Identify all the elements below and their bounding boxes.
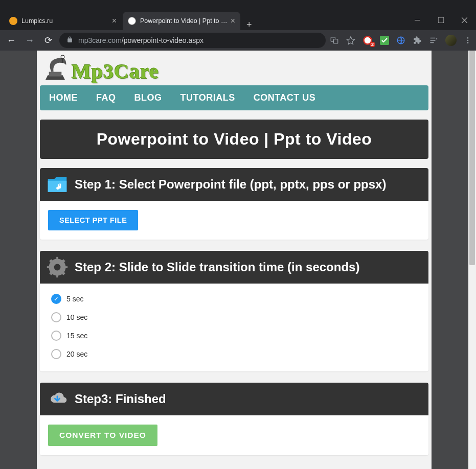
checkmark-extension-icon[interactable] xyxy=(380,36,389,45)
svg-point-11 xyxy=(467,42,469,43)
svg-point-9 xyxy=(467,37,469,39)
step2-panel: Step 2: Slide to Slide transition time (… xyxy=(40,251,428,371)
radio-20sec[interactable]: 20 sec xyxy=(40,345,428,363)
logo-text: Mp3Care xyxy=(72,59,159,83)
step3-heading: Step3: Finished xyxy=(40,383,428,415)
svg-rect-19 xyxy=(64,266,67,268)
gear-icon xyxy=(46,256,69,278)
radio-10sec[interactable]: 10 sec xyxy=(40,308,428,326)
step3-panel: Step3: Finished CONVERT TO VIDEO xyxy=(40,383,428,455)
site-header: Mp3Care xyxy=(37,51,432,85)
svg-rect-5 xyxy=(334,39,338,43)
scrollbar-thumb[interactable] xyxy=(469,51,475,265)
browser-viewport: Mp3Care HOME FAQ BLOG TUTORIALS CONTACT … xyxy=(0,51,476,469)
url-path: /powerpoint-to-video.aspx xyxy=(122,36,203,44)
favicon-icon xyxy=(128,17,136,25)
page-content: Mp3Care HOME FAQ BLOG TUTORIALS CONTACT … xyxy=(37,51,432,469)
svg-rect-12 xyxy=(49,72,62,77)
close-icon[interactable]: × xyxy=(112,16,117,26)
minimize-button[interactable] xyxy=(405,10,429,30)
step2-heading-text: Step 2: Slide to Slide transition time (… xyxy=(75,260,359,274)
nav-faq[interactable]: FAQ xyxy=(87,85,125,110)
svg-rect-16 xyxy=(56,257,58,261)
window-titlebar xyxy=(0,0,476,8)
page-title: Powerpoint to Video | Ppt to Video xyxy=(40,120,428,159)
radio-label: 15 sec xyxy=(66,332,87,340)
radio-icon: ✓ xyxy=(51,294,61,304)
gramophone-icon xyxy=(41,55,70,83)
tab-title: Powerpoint to Video | Ppt to Vide xyxy=(140,17,228,25)
svg-rect-18 xyxy=(47,266,51,268)
window-controls xyxy=(405,10,476,30)
favicon-icon xyxy=(9,17,17,25)
badge-count: 2 xyxy=(370,42,375,47)
address-bar[interactable]: mp3care.com/powerpoint-to-video.aspx xyxy=(59,33,326,48)
url-domain: mp3care.com xyxy=(78,36,122,44)
radio-label: 5 sec xyxy=(66,295,83,303)
star-icon[interactable] xyxy=(346,36,355,45)
back-button[interactable]: ← xyxy=(4,33,18,48)
reading-list-icon[interactable] xyxy=(429,36,438,45)
step2-heading: Step 2: Slide to Slide transition time (… xyxy=(40,251,428,284)
convert-button[interactable]: CONVERT TO VIDEO xyxy=(48,425,157,446)
browser-tab-strip: Lumpics.ru × Powerpoint to Video | Ppt t… xyxy=(0,8,476,30)
radio-label: 20 sec xyxy=(66,350,87,358)
step3-heading-text: Step3: Finished xyxy=(75,392,166,406)
new-tab-button[interactable]: + xyxy=(241,19,257,30)
lock-icon xyxy=(66,36,73,44)
radio-5sec[interactable]: ✓ 5 sec xyxy=(40,290,428,308)
menu-icon[interactable] xyxy=(464,36,472,44)
radio-icon xyxy=(51,349,61,359)
step1-heading: Step 1: Select Powerpoint file (ppt, ppt… xyxy=(40,168,428,201)
close-icon[interactable]: × xyxy=(231,16,235,26)
vertical-scrollbar[interactable] xyxy=(468,51,476,469)
step1-heading-text: Step 1: Select Powerpoint file (ppt, ppt… xyxy=(75,177,386,192)
nav-blog[interactable]: BLOG xyxy=(125,85,171,110)
svg-point-24 xyxy=(54,264,61,271)
tab-title: Lumpics.ru xyxy=(21,17,109,25)
radio-icon xyxy=(51,331,61,341)
cloud-download-icon xyxy=(46,388,69,410)
radio-icon xyxy=(51,312,61,322)
close-window-button[interactable] xyxy=(452,10,476,30)
svg-rect-17 xyxy=(56,274,58,277)
site-logo[interactable]: Mp3Care xyxy=(41,55,432,83)
select-ppt-button[interactable]: SELECT PPT FILE xyxy=(48,210,138,230)
forward-button[interactable]: → xyxy=(22,33,37,48)
extensions-icon[interactable] xyxy=(413,36,422,45)
folder-music-icon xyxy=(46,173,69,196)
main-nav: HOME FAQ BLOG TUTORIALS CONTACT US xyxy=(40,85,428,110)
browser-tab-mp3care[interactable]: Powerpoint to Video | Ppt to Vide × xyxy=(123,12,240,30)
globe-extension-icon[interactable] xyxy=(396,36,405,45)
radio-15sec[interactable]: 15 sec xyxy=(40,326,428,345)
extension-area: 2 xyxy=(330,35,472,46)
nav-home[interactable]: HOME xyxy=(40,85,87,110)
profile-avatar[interactable] xyxy=(445,35,457,46)
svg-point-10 xyxy=(467,40,469,41)
svg-rect-1 xyxy=(438,17,444,23)
maximize-button[interactable] xyxy=(429,10,452,30)
step1-panel: Step 1: Select Powerpoint file (ppt, ppt… xyxy=(40,168,428,240)
browser-tab-lumpics[interactable]: Lumpics.ru × xyxy=(4,12,122,30)
radio-label: 10 sec xyxy=(66,313,87,321)
nav-contact[interactable]: CONTACT US xyxy=(244,85,325,110)
page-gutter-right xyxy=(432,51,468,469)
reload-button[interactable]: ⟳ xyxy=(41,33,55,48)
adblock-extension-icon[interactable]: 2 xyxy=(362,35,373,45)
page-gutter-left xyxy=(0,51,37,469)
browser-toolbar: ← → ⟳ mp3care.com/powerpoint-to-video.as… xyxy=(0,30,476,51)
nav-tutorials[interactable]: TUTORIALS xyxy=(171,85,244,110)
translate-icon[interactable] xyxy=(330,36,339,45)
svg-rect-0 xyxy=(415,20,420,20)
